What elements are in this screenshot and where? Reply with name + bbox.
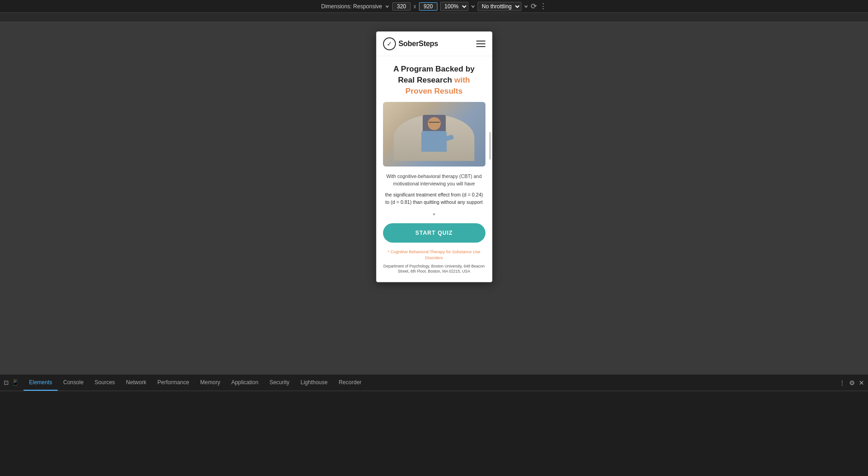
citation-link[interactable]: * Cognitive Behavioral Therapy for Subst…	[383, 249, 485, 261]
tab-elements[interactable]: Elements	[24, 375, 58, 391]
devtools-topbar: Dimensions: Responsive x 100% 75% 50% No…	[0, 0, 868, 13]
logo-text: SoberSteps	[399, 40, 438, 48]
zoom-dropdown-icon	[471, 5, 475, 8]
throttle-select[interactable]: No throttling Fast 3G Slow 3G	[478, 2, 521, 11]
dropdown-icon	[385, 4, 389, 9]
tab-lighthouse[interactable]: Lighthouse	[295, 375, 333, 391]
devtools-more-icon[interactable]: ⋮	[839, 379, 845, 387]
description-text: With cognitive-behavioral therapy (CBT) …	[383, 173, 485, 188]
tab-security[interactable]: Security	[264, 375, 295, 391]
app-header: ✓ SoberSteps	[377, 32, 492, 56]
devtools-responsive-controls: Dimensions: Responsive x 100% 75% 50% No…	[321, 2, 547, 11]
tab-console[interactable]: Console	[58, 375, 89, 391]
tab-performance[interactable]: Performance	[152, 375, 195, 391]
dimensions-label: Dimensions: Responsive	[321, 3, 382, 10]
tab-memory[interactable]: Memory	[195, 375, 226, 391]
hamburger-line-2	[476, 43, 485, 44]
tab-recorder[interactable]: Recorder	[333, 375, 367, 391]
mobile-frame: ✓ SoberSteps A Program Backed by Real Re…	[376, 31, 492, 282]
citation-address: Department of Psychology, Boston Univers…	[383, 264, 485, 275]
hamburger-line-3	[476, 46, 485, 47]
zoom-select[interactable]: 100% 75% 50%	[440, 2, 468, 11]
more-options-icon[interactable]: ⋮	[539, 2, 547, 11]
devtools-close-icon[interactable]: ✕	[859, 379, 864, 387]
inspect-element-icon[interactable]: ⊡	[4, 379, 9, 386]
dimension-separator: x	[413, 3, 416, 10]
height-input[interactable]	[419, 2, 437, 11]
devtools-settings-icon[interactable]: ⚙	[849, 379, 855, 387]
effect-text: the significant treatment effect from (d…	[383, 191, 485, 206]
logo-area: ✓ SoberSteps	[383, 37, 438, 50]
tab-application[interactable]: Application	[226, 375, 264, 391]
hamburger-menu-icon[interactable]	[476, 41, 485, 47]
start-quiz-button[interactable]: START QUIZ	[383, 223, 485, 243]
devtools-tabs: ⊡ 📱 Elements Console Sources Network Per…	[0, 375, 868, 391]
logo-icon: ✓	[383, 37, 396, 50]
ruler-area	[0, 13, 868, 22]
rotate-icon[interactable]: ⟳	[531, 2, 537, 11]
tab-network[interactable]: Network	[120, 375, 152, 391]
devtools-content	[0, 391, 868, 476]
device-toolbar-icon[interactable]: 📱	[12, 379, 19, 386]
tab-sources[interactable]: Sources	[89, 375, 120, 391]
throttle-dropdown-icon	[524, 5, 528, 8]
main-area: ✓ SoberSteps A Program Backed by Real Re…	[0, 22, 868, 375]
hero-title: A Program Backed by Real Research withPr…	[383, 64, 485, 96]
hamburger-line-1	[476, 41, 485, 42]
hero-title-part1: A Program Backed by	[393, 65, 474, 73]
hero-title-part2: Real Research	[398, 76, 455, 84]
hero-image	[383, 102, 485, 167]
checkmark-icon: ✓	[387, 40, 392, 48]
devtools-panel: ⊡ 📱 Elements Console Sources Network Per…	[0, 375, 868, 476]
app-content: A Program Backed by Real Research withPr…	[377, 56, 492, 282]
asterisk-text: *	[383, 212, 485, 219]
width-input[interactable]	[392, 2, 411, 11]
